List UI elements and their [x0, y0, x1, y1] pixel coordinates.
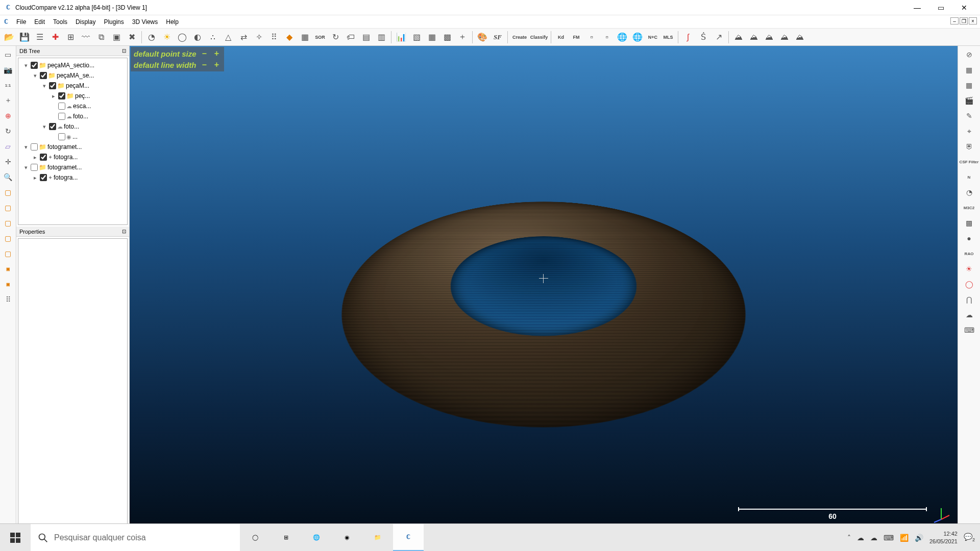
arch-icon[interactable]: ⋂: [963, 293, 976, 306]
cancel-icon[interactable]: ⊘: [963, 48, 976, 61]
tree-twisty-icon[interactable]: ▾: [41, 123, 48, 130]
mls-button[interactable]: MLS: [661, 30, 675, 44]
db-tree-pin-icon[interactable]: ⊡: [122, 48, 126, 54]
kd-button[interactable]: Kd: [554, 30, 568, 44]
plugin2-icon[interactable]: ▫: [600, 30, 614, 44]
close-button[interactable]: ✕: [952, 0, 976, 15]
tree-item[interactable]: ▾☁foto...: [19, 121, 126, 132]
facet-icon[interactable]: ◔: [963, 186, 976, 199]
explorer-icon[interactable]: 📁: [362, 524, 393, 552]
histogram-icon[interactable]: 📊: [394, 30, 408, 44]
delete-icon[interactable]: ✖: [125, 30, 139, 44]
compass-icon[interactable]: ⌖: [963, 124, 976, 138]
n-button[interactable]: N: [963, 170, 976, 184]
tree-item[interactable]: ▾📁fotogramet...: [19, 162, 126, 172]
stats-icon[interactable]: ▧: [409, 30, 424, 44]
menu-tools[interactable]: Tools: [49, 17, 71, 27]
primitive-icon[interactable]: ◐: [190, 30, 205, 44]
csf-filter-button[interactable]: CSF Filter: [958, 155, 981, 168]
globe-icon[interactable]: 🌐: [615, 30, 629, 44]
tree-checkbox[interactable]: [58, 113, 65, 120]
one-to-one-button[interactable]: 1:1: [2, 79, 15, 92]
volume-icon[interactable]: 🔊: [915, 534, 923, 542]
qr-icon[interactable]: ▩: [963, 216, 976, 230]
mdi-close[interactable]: ×: [969, 17, 977, 24]
sphere-icon[interactable]: ●: [963, 232, 976, 245]
colorize-icon[interactable]: ◔: [144, 30, 159, 44]
tree-twisty-icon[interactable]: ▸: [50, 93, 57, 99]
view-back-icon[interactable]: ▢: [2, 247, 15, 260]
tool-a-icon[interactable]: ⛰: [731, 30, 746, 44]
point-size-minus[interactable]: –: [201, 49, 209, 58]
register-icon[interactable]: ✧: [252, 30, 266, 44]
point-list-icon[interactable]: ⊞: [63, 30, 78, 44]
tree-checkbox[interactable]: [58, 92, 65, 99]
tree-checkbox[interactable]: [40, 154, 47, 161]
line-width-minus[interactable]: –: [201, 60, 209, 69]
tree-checkbox[interactable]: [58, 103, 65, 110]
tree-item[interactable]: ☁foto...: [19, 111, 126, 121]
minimize-button[interactable]: —: [905, 0, 929, 15]
save-icon[interactable]: 💾: [17, 30, 32, 44]
clone-icon[interactable]: ⧉: [94, 30, 108, 44]
wifi-icon[interactable]: 📶: [900, 534, 909, 542]
trace-polyline-icon[interactable]: 〰: [79, 30, 93, 44]
compute-icon[interactable]: ▦: [425, 30, 439, 44]
tree-item[interactable]: ☁esca...: [19, 101, 126, 111]
globe2-icon[interactable]: 🌐: [630, 30, 645, 44]
ellipse-icon[interactable]: ◯: [963, 278, 976, 291]
shield-icon[interactable]: ⛨: [963, 140, 976, 153]
tree-item[interactable]: ▾📁peçaMA_se...: [19, 70, 126, 81]
tree-item[interactable]: ▾📁fotogramet...: [19, 142, 126, 152]
view-left-icon[interactable]: ▢: [2, 216, 15, 230]
segment-icon[interactable]: ▤: [359, 30, 373, 44]
plugin-r4-icon[interactable]: ✎: [963, 109, 976, 122]
camera-icon[interactable]: 📷: [2, 63, 15, 77]
view-front-icon[interactable]: ▭: [2, 48, 15, 61]
properties-icon[interactable]: ☰: [33, 30, 47, 44]
mdi-minimize[interactable]: –: [950, 17, 959, 24]
menu-edit[interactable]: Edit: [30, 17, 49, 27]
raster-icon[interactable]: ▩: [440, 30, 454, 44]
sor-filter-button[interactable]: SOR: [313, 30, 327, 44]
tree-twisty-icon[interactable]: ▸: [32, 174, 39, 181]
plus-scalar-icon[interactable]: ＋: [455, 30, 470, 44]
maximize-button[interactable]: ▭: [929, 0, 952, 15]
rotate-icon[interactable]: ↻: [2, 124, 15, 138]
tree-item[interactable]: ▸📁peç...: [19, 91, 126, 101]
view-bottom-icon[interactable]: ▢: [2, 201, 15, 214]
cross-section-icon[interactable]: ▦: [298, 30, 312, 44]
plugin-r2-icon[interactable]: ▦: [963, 79, 976, 92]
onedrive-icon[interactable]: ☁: [857, 534, 864, 542]
rao-button[interactable]: RAO: [963, 247, 976, 260]
menu-display[interactable]: Display: [71, 17, 100, 27]
tree-checkbox[interactable]: [49, 82, 56, 89]
canupo-classify-button[interactable]: Classify: [530, 30, 548, 44]
tool-e-icon[interactable]: ⛰: [793, 30, 807, 44]
mdi-restore[interactable]: ❐: [960, 17, 968, 24]
tree-checkbox[interactable]: [31, 143, 38, 151]
keyboard-icon[interactable]: ⌨: [963, 323, 976, 337]
pick-center-icon[interactable]: ＋: [2, 94, 15, 107]
tree-twisty-icon[interactable]: ▾: [41, 83, 48, 89]
arrow-icon[interactable]: ↗: [712, 30, 726, 44]
menu-file[interactable]: File: [12, 17, 30, 27]
delaunay-icon[interactable]: △: [221, 30, 235, 44]
tree-item[interactable]: ▸✦fotogra...: [19, 172, 126, 183]
properties-pin-icon[interactable]: ⊡: [122, 229, 126, 234]
sun-icon[interactable]: ☀: [963, 262, 976, 276]
taskbar-clock[interactable]: 12:42 26/05/2021: [929, 530, 958, 545]
ortho-icon[interactable]: ▱: [2, 140, 15, 153]
start-button[interactable]: [0, 524, 31, 552]
tree-item[interactable]: ▾📁peçaMA_sectio...: [19, 60, 126, 70]
plugin-r3-icon[interactable]: 🎬: [963, 94, 976, 107]
cortana-icon[interactable]: ◯: [240, 524, 271, 552]
3d-viewport[interactable]: default point size – + default line widt…: [130, 46, 958, 531]
open-icon[interactable]: 📂: [2, 30, 16, 44]
curve-icon[interactable]: ∫: [681, 30, 695, 44]
weather-icon[interactable]: ☁: [870, 534, 877, 542]
zoom-icon[interactable]: 🔍: [2, 170, 15, 184]
tray-chevron-icon[interactable]: ˄: [847, 534, 851, 542]
tree-checkbox[interactable]: [31, 62, 38, 69]
taskbar-search[interactable]: Pesquisar qualquer coisa: [31, 524, 240, 552]
